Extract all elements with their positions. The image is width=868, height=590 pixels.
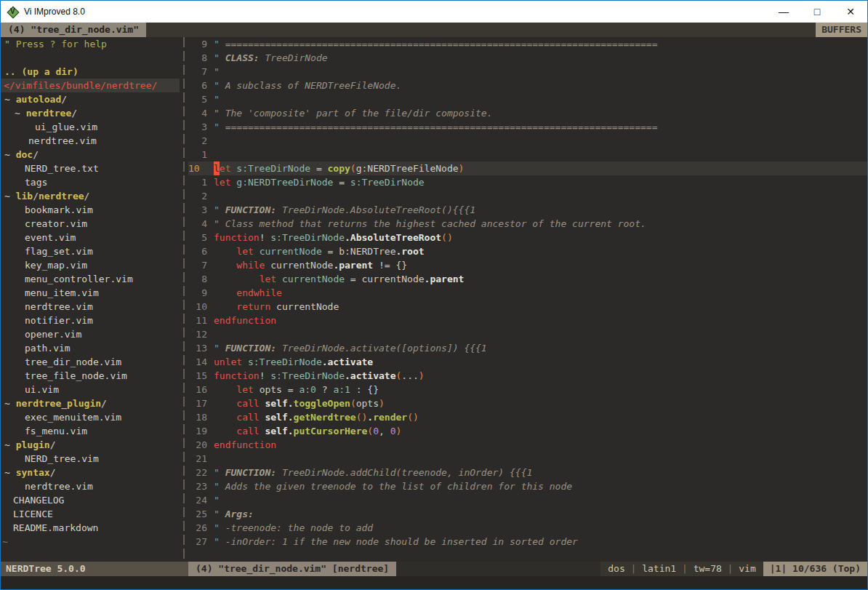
tree-file[interactable]: menu_controller.vim	[1, 272, 180, 286]
code-line-current[interactable]: 10let s:TreeDirNode = copy(g:NERDTreeFil…	[188, 162, 867, 175]
tree-file[interactable]: tree_dir_node.vim	[1, 355, 180, 369]
code-line[interactable]: 3" =====================================…	[188, 120, 867, 134]
text-segment: et	[220, 162, 236, 175]
tree-file[interactable]: tags	[1, 175, 180, 189]
text-segment: FUNCTION:	[225, 466, 276, 479]
command-line-area[interactable]	[1, 576, 867, 589]
code-line[interactable]: 2	[188, 134, 867, 148]
code-line[interactable]: 15function! s:TreeDirNode.activate(...)	[188, 369, 867, 383]
tree-file[interactable]: LICENCE	[1, 507, 180, 521]
code-line[interactable]: 7 while currentNode.parent != {}	[188, 258, 867, 272]
tree-dir[interactable]: ~ nerdtree_plugin/	[1, 396, 180, 410]
maximize-button[interactable]: □	[800, 1, 834, 23]
line-number: 3	[188, 203, 207, 217]
code-line[interactable]: 20endfunction	[188, 438, 867, 452]
code-line[interactable]: 5"	[188, 92, 867, 106]
active-buffer-tab[interactable]: (4) "tree_dir_node.vim"	[1, 23, 146, 37]
tree-up-a-dir[interactable]: .. (up a dir)	[1, 65, 180, 79]
text-segment: g:NERDTreeFileNode	[356, 162, 459, 175]
main-split: " Press ? for help.. (up a dir)</vimfile…	[1, 37, 867, 562]
tree-filler-tilde[interactable]: ~	[1, 535, 180, 549]
code-line[interactable]: 11endfunction	[188, 314, 867, 327]
tree-file[interactable]: opener.vim	[1, 327, 180, 341]
code-line[interactable]: 23" Adds the given treenode to the list …	[188, 479, 867, 493]
code-line[interactable]: 13" FUNCTION: TreeDirNode.activate([opti…	[188, 341, 867, 355]
tree-file[interactable]: menu_item.vim	[1, 286, 180, 300]
tree-file[interactable]: creator.vim	[1, 217, 180, 231]
code-line[interactable]: 16 let opts = a:0 ? a:1 : {}	[188, 383, 867, 396]
line-number: 16	[188, 383, 207, 396]
code-line[interactable]: 1	[188, 148, 867, 162]
tree-file[interactable]: tree_file_node.vim	[1, 369, 180, 383]
tree-dir[interactable]: ~ lib/nerdtree/	[1, 189, 180, 203]
code-line[interactable]: 26" -treenode: the node to add	[188, 521, 867, 535]
code-line[interactable]: 17 call self.toggleOpen(opts)	[188, 396, 867, 410]
tree-dir[interactable]: ~ plugin/	[1, 438, 180, 452]
tree-file[interactable]: bookmark.vim	[1, 203, 180, 217]
tree-dir[interactable]: ~ nerdtree/	[1, 106, 180, 120]
tree-dir[interactable]: ~ syntax/	[1, 466, 180, 479]
tree-file[interactable]: README.markdown	[1, 521, 180, 535]
code-line[interactable]: 5function! s:TreeDirNode.AbsoluteTreeRoo…	[188, 231, 867, 244]
text-segment: " Press ? for help	[4, 39, 107, 49]
tree-file[interactable]: CHANGELOG	[1, 493, 180, 507]
tree-file[interactable]: nerdtree.vim	[1, 300, 180, 314]
close-button[interactable]: ✕	[834, 1, 867, 23]
tree-file[interactable]: fs_menu.vim	[1, 424, 180, 438]
tree-file[interactable]: notifier.vim	[1, 314, 180, 327]
tree-file[interactable]: event.vim	[1, 231, 180, 244]
code-line[interactable]: 24"	[188, 493, 867, 507]
text-segment: ~	[4, 149, 16, 160]
text-segment: =	[333, 175, 350, 189]
code-line[interactable]: 9 endwhile	[188, 286, 867, 300]
tree-file[interactable]: path.vim	[1, 341, 180, 355]
text-segment: nerdtree	[39, 191, 84, 202]
code-line[interactable]: 18 call self.getNerdtree().render()	[188, 410, 867, 424]
code-line[interactable]: 7"	[188, 65, 867, 79]
text-segment: call	[236, 410, 265, 424]
code-line[interactable]: 22" FUNCTION: TreeDirNode.addChild(treen…	[188, 466, 867, 479]
minimize-button[interactable]: —	[767, 1, 800, 23]
tree-dir[interactable]: ~ autoload/	[1, 92, 180, 106]
text-segment: s:TreeDirNode	[270, 231, 345, 244]
line-number: 9	[188, 286, 207, 300]
code-line[interactable]: 9" =====================================…	[188, 37, 867, 51]
code-line[interactable]: 8" CLASS: TreeDirNode	[188, 51, 867, 65]
code-line[interactable]: 3" FUNCTION: TreeDirNode.AbsoluteTreeRoo…	[188, 203, 867, 217]
tree-file[interactable]: ui_glue.vim	[1, 120, 180, 134]
text-segment: /	[33, 149, 39, 160]
code-line[interactable]: 10 return currentNode	[188, 300, 867, 314]
tree-file[interactable]: NERD_tree.txt	[1, 162, 180, 175]
text-segment: unlet	[214, 355, 248, 369]
text-segment: syntax	[16, 467, 50, 478]
code-line[interactable]: 1let g:NERDTreeDirNode = s:TreeDirNode	[188, 175, 867, 189]
code-line[interactable]: 8 let currentNode = currentNode.parent	[188, 272, 867, 286]
code-line[interactable]: 27" -inOrder: 1 if the new node should b…	[188, 535, 867, 549]
tree-help[interactable]: " Press ? for help	[1, 37, 180, 51]
tree-root[interactable]: </vimfiles/bundle/nerdtree/	[1, 79, 180, 92]
cursor-position-indicator: |1| 10/636 (Top)	[763, 562, 867, 576]
tree-file[interactable]: nerdtree.vim	[1, 479, 180, 493]
text-segment: ~	[4, 467, 16, 478]
code-line[interactable]: 6" A subclass of NERDTreeFileNode.	[188, 79, 867, 92]
line-number: 6	[188, 244, 207, 258]
tree-file[interactable]: exec_menuitem.vim	[1, 410, 180, 424]
tree-file[interactable]: key_map.vim	[1, 258, 180, 272]
tree-dir[interactable]: ~ doc/	[1, 148, 180, 162]
tree-file[interactable]: NERD_tree.vim	[1, 452, 180, 466]
code-line[interactable]: 25" Args:	[188, 507, 867, 521]
code-line[interactable]: 19 call self.putCursorHere(0, 0)	[188, 424, 867, 438]
nerdtree-statusline: NERDTree 5.0.0	[1, 562, 188, 576]
code-line[interactable]: 2	[188, 189, 867, 203]
code-line[interactable]: 4" Class method that returns the highest…	[188, 217, 867, 231]
code-editor: 9" =====================================…	[188, 37, 867, 562]
vertical-split-separator[interactable]	[180, 37, 188, 562]
tree-file[interactable]: nerdtree.vim	[1, 134, 180, 148]
code-line[interactable]: 4" The 'composite' part of the file/dir …	[188, 106, 867, 120]
tree-file[interactable]: flag_set.vim	[1, 244, 180, 258]
code-line[interactable]: 14unlet s:TreeDirNode.activate	[188, 355, 867, 369]
tree-file[interactable]: ui.vim	[1, 383, 180, 396]
code-line[interactable]: 21	[188, 452, 867, 466]
code-line[interactable]: 6 let currentNode = b:NERDTree.root	[188, 244, 867, 258]
code-line[interactable]: 12	[188, 327, 867, 341]
